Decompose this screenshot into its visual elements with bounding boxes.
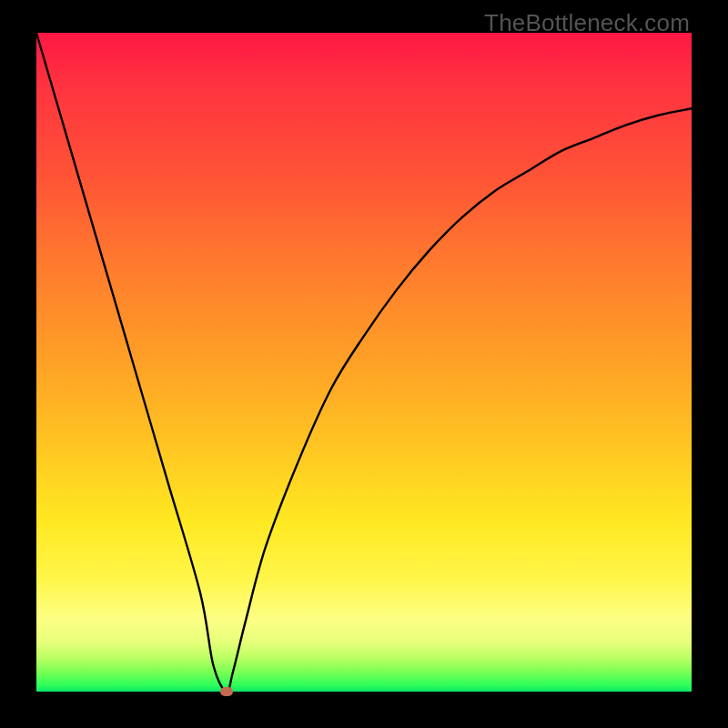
curve-svg — [36, 33, 692, 692]
plot-area — [36, 33, 692, 692]
chart-frame: TheBottleneck.com — [0, 0, 728, 728]
optimum-marker — [220, 687, 233, 696]
bottleneck-curve-path — [36, 33, 692, 692]
